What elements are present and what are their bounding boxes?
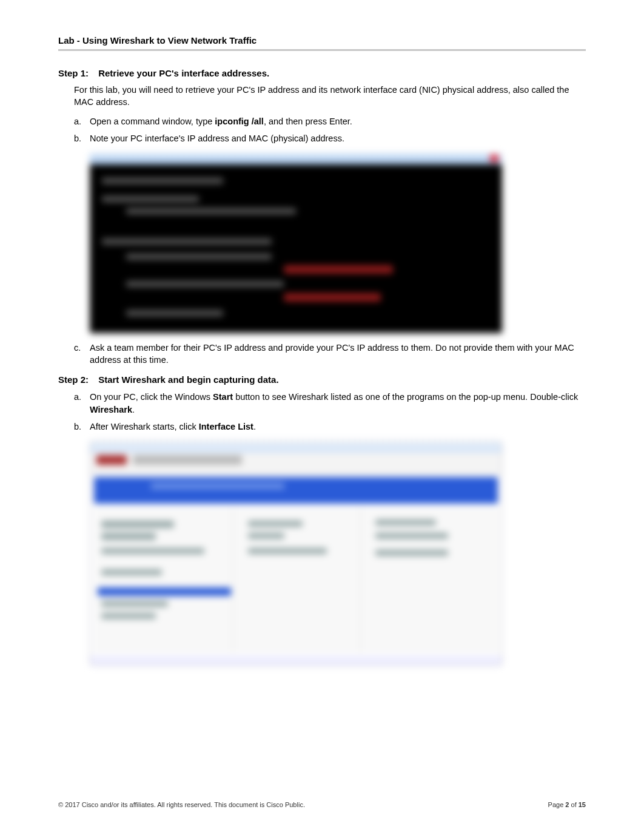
step1-a-command: ipconfig /all [215,117,264,126]
step1-label: Step 1: [58,68,96,78]
step2-heading: Step 2: Start Wireshark and begin captur… [58,374,586,385]
step2-a-mid: button to see Wireshark listed as one of… [233,392,578,402]
list-letter: a. [74,115,90,127]
step1-intro: For this lab, you will need to retrieve … [74,84,586,108]
step1-b-text: Note your PC interface's IP address and … [90,132,586,144]
step2-label: Step 2: [58,374,96,385]
list-letter: a. [74,391,90,416]
step2-a-wireshark: Wireshark [90,405,132,414]
page-number: Page 2 of 15 [548,801,586,808]
step2-b-pre: After Wireshark starts, click [90,422,199,431]
step1-a-post: , and then press Enter. [264,117,352,126]
wireshark-screenshot [90,441,502,666]
step1-a-pre: Open a command window, type [90,117,215,126]
step1-item-a: a. Open a command window, type ipconfig … [74,115,586,127]
step2-a-start: Start [213,392,233,402]
step2-a-pre: On your PC, click the Windows [90,392,213,402]
step2-b-interface-list: Interface List [199,422,253,431]
page-footer: © 2017 Cisco and/or its affiliates. All … [58,801,586,808]
step1-c-text: Ask a team member for their PC's IP addr… [90,342,586,367]
list-letter: b. [74,421,90,433]
cmd-screenshot [90,154,502,333]
step1-item-b: b. Note your PC interface's IP address a… [74,132,586,144]
list-letter: c. [74,342,90,367]
step2-a-post: . [132,405,135,414]
step2-item-a: a. On your PC, click the Windows Start b… [74,391,586,416]
step2-item-b: b. After Wireshark starts, click Interfa… [74,421,586,433]
step1-heading: Step 1: Retrieve your PC's interface add… [58,68,586,78]
step1-item-c: c. Ask a team member for their PC's IP a… [74,342,586,367]
document-header: Lab - Using Wireshark to View Network Tr… [58,35,586,51]
step1-title: Retrieve your PC's interface addresses. [98,68,269,78]
step2-title: Start Wireshark and begin capturing data… [98,374,278,385]
copyright-text: © 2017 Cisco and/or its affiliates. All … [58,801,305,808]
step2-b-post: . [253,422,256,431]
list-letter: b. [74,132,90,144]
